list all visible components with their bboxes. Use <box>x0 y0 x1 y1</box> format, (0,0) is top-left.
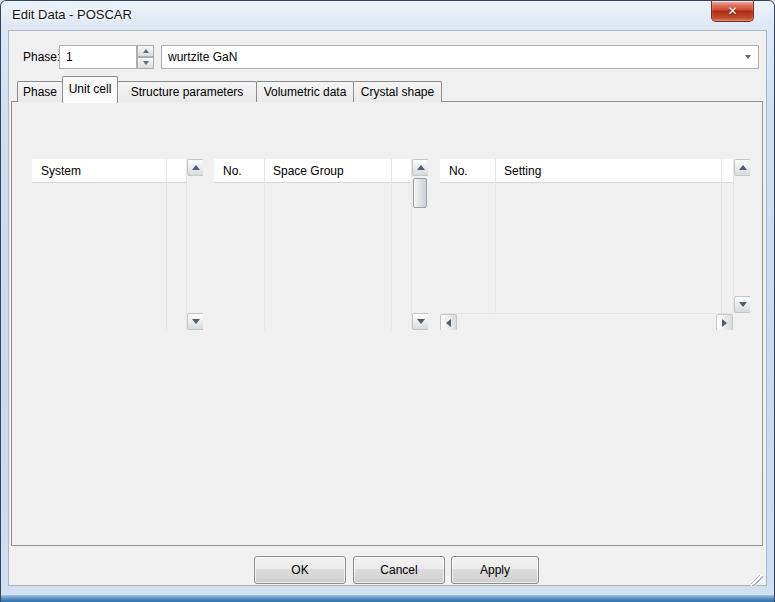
setting-horizontal-scrollbar[interactable] <box>440 313 733 330</box>
title-bar[interactable]: Edit Data - POSCAR ✕ <box>0 0 775 30</box>
scroll-up-button[interactable] <box>734 159 751 176</box>
setting-list-header: No. Setting <box>440 159 733 183</box>
scroll-down-button[interactable] <box>734 296 751 313</box>
window-title: Edit Data - POSCAR <box>12 7 132 22</box>
window-bottom-glass-border <box>1 586 774 595</box>
scroll-up-button[interactable] <box>187 159 204 176</box>
tab-strip: Phase Unit cell Structure parameters Vol… <box>17 79 442 102</box>
scroll-thumb[interactable] <box>413 178 427 208</box>
scroll-down-button[interactable] <box>412 313 429 330</box>
phase-label: Phase: <box>23 50 60 64</box>
scroll-up-icon <box>192 165 200 170</box>
phase-name-combobox[interactable]: wurtzite GaN <box>161 45 759 69</box>
edit-data-dialog: Edit Data - POSCAR ✕ Phase: wurtzite GaN… <box>0 0 775 602</box>
phase-spin-down-button[interactable] <box>137 57 154 69</box>
scroll-down-button[interactable] <box>187 313 204 330</box>
phase-stepper <box>137 45 154 69</box>
scroll-down-icon <box>417 319 425 324</box>
tab-crystal-shape[interactable]: Crystal shape <box>353 81 442 102</box>
scroll-right-button[interactable] <box>716 314 733 331</box>
scroll-left-icon <box>446 319 451 327</box>
cancel-button[interactable]: Cancel <box>353 556 445 584</box>
ok-button[interactable]: OK <box>254 556 346 584</box>
phase-spin-up-button[interactable] <box>137 45 154 57</box>
space-group-vertical-scrollbar[interactable] <box>411 159 428 330</box>
spin-down-icon <box>143 61 149 65</box>
close-icon: ✕ <box>727 5 737 17</box>
setting-vertical-scrollbar[interactable] <box>733 159 750 313</box>
system-vertical-scrollbar[interactable] <box>186 159 203 330</box>
scroll-left-button[interactable] <box>440 314 457 331</box>
spin-up-icon <box>143 49 149 53</box>
phase-number-input[interactable] <box>59 45 137 69</box>
space-group-list-header: No. Space Group <box>214 159 411 183</box>
scroll-up-icon <box>417 165 425 170</box>
scroll-up-button[interactable] <box>412 159 429 176</box>
scroll-right-icon <box>722 319 727 327</box>
tab-unit-cell[interactable]: Unit cell <box>62 76 118 103</box>
client-area: Phase: wurtzite GaN Phase Unit cell Stru… <box>8 30 767 586</box>
scroll-up-icon <box>739 165 747 170</box>
phase-name-value: wurtzite GaN <box>168 50 237 64</box>
window-bottom-edge <box>1 595 774 602</box>
combo-dropdown-icon <box>745 55 751 59</box>
close-button[interactable]: ✕ <box>711 1 754 22</box>
tab-structure-parameters[interactable]: Structure parameters <box>117 81 257 102</box>
tab-volumetric-data[interactable]: Volumetric data <box>256 81 354 102</box>
scroll-down-icon <box>192 319 200 324</box>
scroll-down-icon <box>739 302 747 307</box>
tab-phase[interactable]: Phase <box>17 81 63 102</box>
apply-button[interactable]: Apply <box>451 556 539 584</box>
system-list-header: System <box>32 159 186 183</box>
